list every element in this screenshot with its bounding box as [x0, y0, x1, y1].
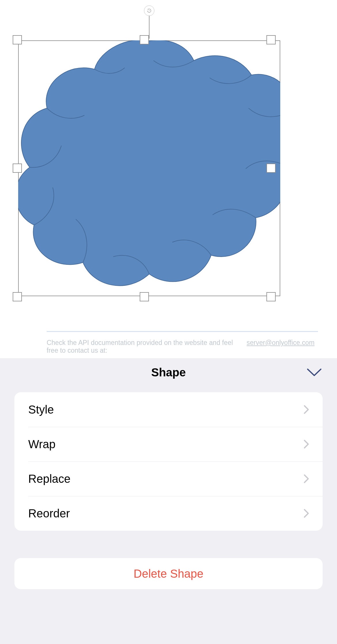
resize-handle-tl[interactable]	[13, 35, 22, 44]
footer-rule	[47, 331, 318, 332]
chevron-down-icon	[305, 363, 323, 381]
cloud-shape-svg	[18, 40, 280, 296]
rotate-handle[interactable]	[144, 5, 154, 16]
chevron-right-icon	[301, 439, 311, 449]
rotate-icon	[147, 8, 152, 13]
resize-handle-bl[interactable]	[13, 292, 22, 301]
document-footer: Check the API documentation provided on …	[47, 331, 320, 354]
resize-handle-tm[interactable]	[140, 35, 149, 44]
menu-item-reorder[interactable]: Reorder	[14, 496, 323, 531]
menu-label: Replace	[28, 472, 71, 485]
delete-label: Delete Shape	[134, 567, 203, 580]
chevron-right-icon	[301, 474, 311, 484]
resize-handle-ml[interactable]	[13, 164, 22, 173]
resize-handle-bm[interactable]	[140, 292, 149, 301]
menu-label: Reorder	[28, 507, 70, 520]
menu-label: Style	[28, 403, 54, 416]
shape-menu-group: Style Wrap Replace Reorder	[14, 392, 323, 531]
collapse-button[interactable]	[305, 359, 323, 386]
menu-label: Wrap	[28, 438, 56, 451]
panel-header: Shape	[0, 359, 337, 386]
svg-point-0	[149, 10, 149, 11]
shape-options-panel: Shape Style Wrap Replace Reo	[0, 358, 337, 644]
cloud-shape[interactable]	[18, 40, 280, 296]
panel-title: Shape	[151, 366, 186, 379]
document-canvas[interactable]: Check the API documentation provided on …	[0, 0, 337, 358]
menu-item-wrap[interactable]: Wrap	[14, 427, 323, 461]
resize-handle-mr[interactable]	[266, 164, 276, 173]
chevron-right-icon	[301, 508, 311, 518]
menu-item-replace[interactable]: Replace	[14, 461, 323, 496]
menu-item-style[interactable]: Style	[14, 392, 323, 427]
delete-group: Delete Shape	[14, 558, 323, 589]
resize-handle-br[interactable]	[266, 292, 276, 301]
resize-handle-tr[interactable]	[266, 35, 276, 44]
chevron-right-icon	[301, 405, 311, 414]
footer-link[interactable]: server@onlyoffice.com	[247, 339, 315, 354]
delete-shape-button[interactable]: Delete Shape	[14, 558, 323, 589]
rotate-connector	[149, 16, 149, 39]
footer-text: Check the API documentation provided on …	[47, 339, 245, 354]
